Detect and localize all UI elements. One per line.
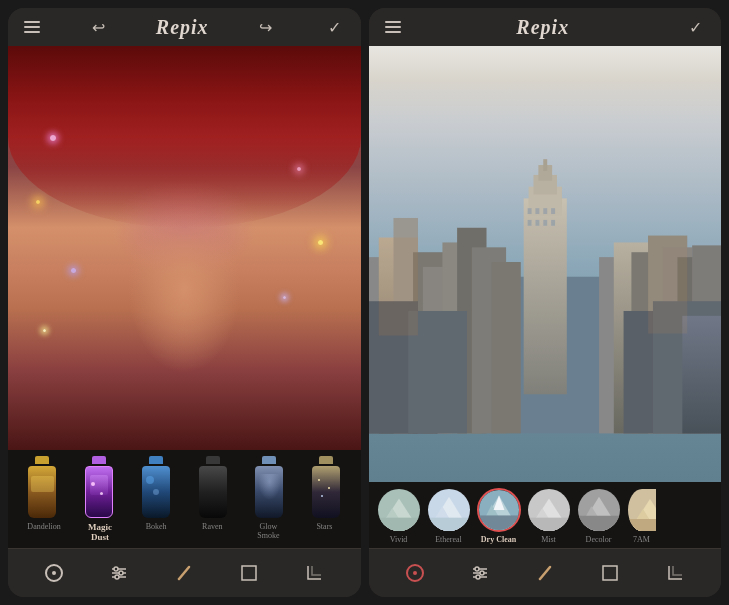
right-square-tool-btn[interactable] [594, 557, 626, 589]
svg-rect-56 [378, 238, 417, 336]
svg-rect-9 [242, 566, 256, 580]
left-top-bar: Repix [8, 8, 361, 46]
svg-rect-26 [527, 209, 531, 215]
svg-rect-55 [682, 316, 721, 434]
svg-rect-33 [551, 220, 555, 226]
label-ethereal: Ethereal [435, 535, 462, 544]
undo-button[interactable] [87, 15, 111, 39]
filter-dry-clean[interactable]: Dry Clean [477, 488, 521, 544]
decolor-thumb[interactable] [577, 488, 621, 532]
svg-rect-30 [527, 220, 531, 226]
filter-magic-dust[interactable] [85, 456, 113, 518]
right-photo-area [369, 46, 722, 482]
svg-rect-25 [543, 160, 547, 172]
svg-rect-27 [535, 209, 539, 215]
pencil-tool-btn[interactable] [168, 557, 200, 589]
right-menu-button[interactable] [383, 19, 403, 35]
svg-rect-69 [479, 515, 519, 530]
svg-rect-57 [648, 236, 687, 334]
svg-rect-32 [543, 220, 547, 226]
svg-rect-31 [535, 220, 539, 226]
crop-tool-btn[interactable] [298, 557, 330, 589]
right-app-title: Repix [516, 16, 569, 39]
svg-rect-82 [628, 519, 657, 532]
sparkle-2 [36, 200, 40, 204]
label-stars: Stars [304, 522, 344, 542]
mist-thumb[interactable] [527, 488, 571, 532]
right-circle-tool-btn[interactable] [399, 557, 431, 589]
svg-rect-28 [543, 209, 547, 215]
svg-point-1 [52, 571, 56, 575]
left-phone: Repix [8, 8, 361, 597]
svg-rect-21 [523, 199, 566, 395]
7am-thumb[interactable] [627, 488, 657, 532]
label-dry-clean: Dry Clean [481, 535, 516, 544]
label-raven: Raven [192, 522, 232, 542]
svg-point-88 [475, 567, 479, 571]
svg-point-7 [115, 575, 119, 579]
label-vivid: Vivid [390, 535, 408, 544]
hair-overlay [8, 46, 361, 228]
label-glow-smoke: Glow Smoke [248, 522, 288, 542]
left-app-title: Repix [156, 16, 209, 39]
right-sliders-tool-btn[interactable] [464, 557, 496, 589]
left-filter-icons [12, 456, 357, 518]
left-filter-labels: Dandelion Magic Dust Bokeh Raven Glow Sm… [12, 520, 357, 544]
filter-glow-smoke[interactable] [255, 456, 283, 518]
dry-clean-thumb[interactable] [477, 488, 521, 532]
label-mist: Mist [541, 535, 556, 544]
filter-bokeh[interactable] [142, 456, 170, 518]
svg-point-89 [480, 571, 484, 575]
right-confirm-button[interactable] [683, 15, 707, 39]
ethereal-thumb[interactable] [427, 488, 471, 532]
filter-dandelion[interactable] [28, 456, 56, 518]
filter-7am[interactable]: 7AM [627, 488, 657, 544]
sliders-tool-btn[interactable] [103, 557, 135, 589]
right-pencil-tool-btn[interactable] [529, 557, 561, 589]
svg-rect-78 [578, 516, 620, 531]
filter-ethereal[interactable]: Ethereal [427, 488, 471, 544]
label-bokeh: Bokeh [136, 522, 176, 542]
right-filter-bar: Vivid Ethereal [369, 482, 722, 548]
svg-rect-42 [491, 262, 520, 433]
city-skyline [369, 111, 722, 482]
left-menu-button[interactable] [22, 19, 42, 35]
filter-stars[interactable] [312, 456, 340, 518]
left-filter-bar: Dandelion Magic Dust Bokeh Raven Glow Sm… [8, 450, 361, 548]
svg-point-84 [413, 571, 417, 575]
filter-decolor[interactable]: Decolor [577, 488, 621, 544]
right-top-bar: Repix [369, 8, 722, 46]
circle-tool-btn[interactable] [38, 557, 70, 589]
svg-rect-65 [428, 518, 470, 531]
svg-rect-29 [551, 209, 555, 215]
redo-button[interactable] [254, 15, 278, 39]
svg-rect-61 [378, 518, 420, 531]
right-filter-thumbs: Vivid Ethereal [375, 488, 716, 544]
svg-rect-74 [528, 518, 570, 531]
filter-vivid[interactable]: Vivid [377, 488, 421, 544]
filter-raven[interactable] [199, 456, 227, 518]
left-confirm-button[interactable] [322, 15, 346, 39]
left-bottom-toolbar [8, 548, 361, 597]
svg-line-91 [540, 567, 550, 579]
left-photo-area [8, 46, 361, 450]
right-bottom-toolbar [369, 548, 722, 597]
right-phone: Repix [369, 8, 722, 597]
label-dandelion: Dandelion [24, 522, 64, 542]
label-decolor: Decolor [586, 535, 612, 544]
vivid-thumb[interactable] [377, 488, 421, 532]
filter-mist[interactable]: Mist [527, 488, 571, 544]
svg-rect-92 [603, 566, 617, 580]
label-magic-dust: Magic Dust [80, 522, 120, 542]
svg-point-5 [114, 567, 118, 571]
svg-point-6 [119, 571, 123, 575]
right-crop-tool-btn[interactable] [659, 557, 691, 589]
label-7am: 7AM [633, 535, 650, 544]
square-tool-btn[interactable] [233, 557, 265, 589]
svg-line-8 [179, 567, 189, 579]
svg-point-90 [476, 575, 480, 579]
